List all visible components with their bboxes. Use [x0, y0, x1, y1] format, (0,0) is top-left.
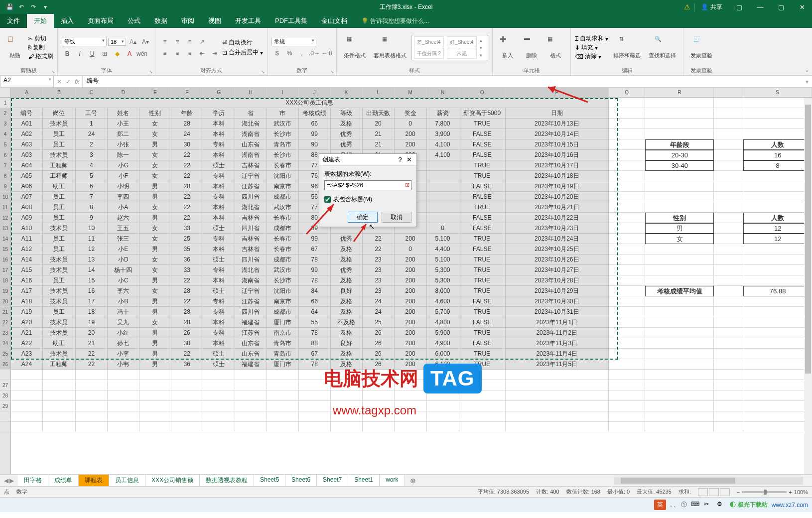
cell[interactable]: 员工	[43, 307, 76, 317]
cell[interactable]: TRUE	[459, 265, 506, 275]
view-break-icon[interactable]	[720, 488, 730, 496]
cell[interactable]	[645, 181, 714, 192]
cell[interactable]: 88	[299, 338, 331, 349]
cell[interactable]: 2023年11月2日	[506, 328, 609, 338]
cell[interactable]: 姓名	[108, 108, 139, 119]
cell[interactable]: 长春市	[267, 244, 299, 255]
cell[interactable]: 专科	[203, 234, 235, 244]
cell[interactable]: 江苏省	[235, 328, 267, 338]
cell[interactable]: TRUE	[459, 234, 506, 244]
cell[interactable]: 90	[299, 139, 331, 150]
confirm-formula-icon[interactable]: ✓	[66, 78, 71, 85]
cell[interactable]: 本科	[203, 119, 235, 129]
cell[interactable]: 男	[645, 223, 714, 234]
cell[interactable]	[714, 98, 743, 108]
cell[interactable]: 本科	[203, 275, 235, 286]
cell[interactable]: 薪资	[427, 108, 459, 119]
zoom-slider[interactable]	[742, 491, 787, 493]
column-header[interactable]: Q	[609, 88, 646, 97]
cell[interactable]: 24	[363, 296, 395, 307]
cell[interactable]: 薪资高于5000	[459, 108, 506, 119]
cell[interactable]: 女	[139, 160, 171, 171]
cell[interactable]: 2023年10月14日	[506, 129, 609, 139]
cell[interactable]: 22	[171, 150, 203, 160]
row-header[interactable]	[0, 422, 10, 432]
row-header[interactable]: 5	[0, 139, 10, 150]
cell[interactable]: 2023年10月17日	[506, 160, 609, 171]
cell[interactable]	[609, 390, 646, 401]
cell[interactable]: A12	[11, 244, 43, 255]
cell[interactable]: 22	[171, 171, 203, 181]
cell[interactable]: 李六	[108, 286, 139, 296]
cell[interactable]: 0	[427, 223, 459, 234]
tray-icon[interactable]: ⚙	[717, 501, 726, 510]
cell[interactable]	[645, 296, 714, 307]
cell[interactable]	[235, 380, 267, 390]
cell[interactable]: 78	[299, 255, 331, 265]
cell[interactable]: 成都市	[267, 307, 299, 317]
cell[interactable]	[43, 370, 76, 380]
font-color-icon[interactable]: A	[124, 49, 135, 59]
cell[interactable]: 33	[171, 223, 203, 234]
cell[interactable]	[427, 181, 459, 192]
row-header[interactable]: 26	[0, 359, 10, 370]
cell[interactable]	[714, 349, 743, 359]
cell[interactable]	[171, 390, 203, 401]
cell[interactable]: 员工	[43, 192, 76, 202]
cell[interactable]: 22	[363, 244, 395, 255]
cell[interactable]	[743, 108, 812, 119]
ribbon-options-icon[interactable]: ▢	[729, 1, 749, 13]
qat-more-icon[interactable]: ▾	[41, 2, 50, 11]
cell[interactable]	[743, 265, 812, 275]
cell[interactable]	[743, 171, 812, 181]
cell[interactable]: 南京市	[267, 328, 299, 338]
cell[interactable]: 28	[171, 317, 203, 328]
cell[interactable]: 小G	[108, 160, 139, 171]
cell[interactable]: 2023年10月18日	[506, 171, 609, 181]
cell[interactable]	[714, 286, 743, 296]
column-header[interactable]: D	[108, 88, 139, 97]
cell[interactable]: TRUE	[459, 349, 506, 359]
cell[interactable]: A18	[11, 296, 43, 307]
cell[interactable]: 36	[171, 255, 203, 265]
cell[interactable]: 成都市	[267, 223, 299, 234]
row-header[interactable]: 16	[0, 255, 10, 265]
cell[interactable]: 优秀	[331, 129, 363, 139]
cell[interactable]: 小B	[108, 296, 139, 307]
cell[interactable]: FALSE	[459, 192, 506, 202]
cell[interactable]: 王五	[108, 223, 139, 234]
cell[interactable]: 张三	[108, 234, 139, 244]
cell[interactable]: 性别	[139, 108, 171, 119]
cell[interactable]: 200	[395, 265, 427, 275]
cell[interactable]	[645, 370, 714, 380]
row-header[interactable]: 11	[0, 202, 10, 213]
cell[interactable]: 4,100	[427, 139, 459, 150]
cell[interactable]: 2023年10月16日	[506, 150, 609, 160]
cell[interactable]	[714, 411, 743, 422]
sheet-tab[interactable]: Sheet6	[285, 475, 317, 486]
vertical-scrollbar[interactable]	[804, 98, 812, 474]
cell[interactable]	[743, 307, 812, 317]
cell[interactable]	[609, 286, 646, 296]
cell[interactable]: 13	[76, 255, 108, 265]
cell[interactable]	[645, 401, 714, 411]
cell[interactable]: 厦门市	[267, 317, 299, 328]
cell[interactable]: 64	[299, 307, 331, 317]
cell[interactable]: 员工	[43, 139, 76, 150]
cell[interactable]: 吉林省	[235, 160, 267, 171]
cell[interactable]: 小E	[108, 244, 139, 255]
cell[interactable]: 11	[76, 234, 108, 244]
cell[interactable]: 女	[645, 234, 714, 244]
cond-format-button[interactable]: ▦条件格式	[341, 35, 369, 60]
cell[interactable]: 长沙市	[267, 129, 299, 139]
cell[interactable]: 5	[76, 171, 108, 181]
expand-formula-icon[interactable]: ▾	[802, 76, 812, 87]
cell[interactable]: 5,300	[427, 275, 459, 286]
cell[interactable]	[299, 422, 331, 432]
cell[interactable]: 及格	[331, 349, 363, 359]
row-header[interactable]: 17	[0, 265, 10, 275]
cell[interactable]: 4,800	[427, 317, 459, 328]
cell[interactable]	[645, 275, 714, 286]
cell[interactable]: 28	[171, 181, 203, 192]
row-header[interactable]: 4	[0, 129, 10, 139]
